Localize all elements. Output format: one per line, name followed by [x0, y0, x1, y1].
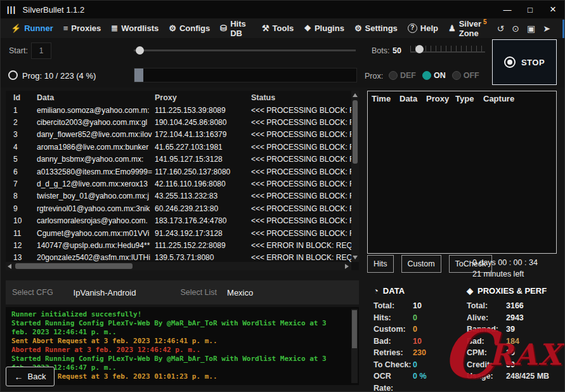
proxies-stats-icon: ◈ — [467, 286, 473, 296]
prox-option-on[interactable]: ON — [422, 71, 446, 80]
scroll-right-icon[interactable] — [345, 264, 349, 269]
prox-option-off[interactable]: OFF — [452, 71, 479, 80]
runner-icon: ⚡ — [11, 23, 21, 33]
tab-hits[interactable]: Hits — [367, 255, 394, 273]
column-header[interactable]: Proxy — [153, 91, 250, 104]
stat-value: 39 — [506, 323, 515, 336]
start-slider[interactable] — [134, 49, 356, 51]
start-slider-thumb[interactable] — [136, 46, 144, 55]
log-line: Started Running Config PLexTv-Web By @Ma… — [11, 355, 341, 372]
nav-item-proxies[interactable]: ≡Proxies — [58, 18, 107, 38]
nav-item-help[interactable]: ?Help — [403, 18, 443, 38]
nav-item-tools[interactable]: ⚒Tools — [257, 18, 299, 38]
tab-custom[interactable]: Custom — [401, 255, 441, 273]
table-row[interactable]: 11Cgumet@yahoo.com.mx:m01VVi91.243.192.1… — [12, 227, 359, 239]
column-header[interactable]: Capture — [483, 94, 521, 103]
column-header[interactable]: Data — [36, 91, 153, 104]
prox-option-label: ON — [434, 71, 446, 80]
table-cell: <<< PROCESSING BLOCK: R — [250, 104, 359, 116]
stat-row: To Check:0 — [373, 359, 464, 371]
progress-bar — [134, 68, 357, 82]
scrollbar-thumb[interactable] — [15, 263, 133, 269]
table-row[interactable]: 3dany_flower852@live.com.mx:ilov172.104.… — [12, 129, 359, 141]
history-icon[interactable]: ↺ — [497, 23, 505, 34]
table-row[interactable]: 6a01332580@itesm.mx:Emo9999=117.160.250.… — [12, 166, 359, 178]
scroll-up-icon[interactable] — [353, 93, 358, 97]
table-cell: 8 — [12, 190, 36, 202]
maximize-button[interactable]: □ — [519, 1, 542, 18]
nav-item-runner[interactable]: ⚡Runner — [6, 18, 58, 38]
log-scrollbar[interactable] — [351, 309, 358, 383]
table-row[interactable]: 7d_d_g_12@live.com.mx:xerox1342.116.110.… — [12, 178, 359, 190]
table-row[interactable]: 1emiliano.somoza@yahoo.com.m:111.225.153… — [12, 104, 359, 116]
stat-value: 230 — [413, 347, 426, 359]
table-cell: 43.255.113.232:83 — [153, 190, 250, 202]
stat-label: Bad: — [467, 336, 506, 348]
back-button[interactable]: ← Back — [6, 367, 55, 386]
minimize-button[interactable]: — — [496, 1, 519, 18]
column-header[interactable]: Time — [372, 94, 399, 103]
log-line: Runner initialized succesfully! — [11, 310, 341, 319]
table-cell: <<< PROCESSING BLOCK: R — [250, 227, 359, 239]
stat-value: 248/425 MB — [506, 370, 549, 382]
radio-dot-icon — [389, 71, 398, 80]
discord-icon[interactable]: ▣ — [527, 23, 535, 34]
column-header[interactable]: Id — [12, 91, 36, 104]
stat-label: Total: — [467, 300, 506, 312]
start-input[interactable] — [31, 42, 51, 59]
close-button[interactable]: × — [542, 1, 564, 18]
titlebar: ||| SilverBullet 1.1.2 — □ × — [1, 1, 564, 18]
nav-item-plugins[interactable]: ❖Plugins — [299, 18, 349, 38]
table-row[interactable]: 4aroma1986@live.com.mx:bunker41.65.227.1… — [12, 141, 359, 153]
column-header[interactable]: Data — [399, 94, 426, 103]
table-row[interactable]: 12140747@upslp.edu.mx:Hedu94**111.225.15… — [12, 239, 359, 251]
table-row[interactable]: 2cibercito2003@yahoo.com.mx:gl190.104.24… — [12, 116, 359, 128]
nav-item-silver-zone[interactable]: ♟Silver Zone5 — [443, 18, 497, 38]
data-stats-icon: ◔ — [373, 286, 379, 296]
column-header[interactable]: Status — [250, 91, 359, 104]
table-cell: 117.160.250.137:8080 — [153, 166, 250, 178]
camera-icon[interactable]: ⊙ — [512, 23, 519, 34]
bots-slider-thumb[interactable] — [415, 45, 424, 53]
results-vertical-scrollbar[interactable] — [351, 91, 359, 262]
stat-row: Hits:0 — [373, 312, 464, 324]
nav-item-configs[interactable]: ⚙Configs — [164, 18, 215, 38]
stop-button[interactable]: STOP — [492, 39, 557, 85]
proxies-stats-title: PROXIES & PERF — [477, 286, 547, 296]
table-cell: <<< PROCESSING BLOCK: R — [250, 129, 359, 141]
table-cell: a01332580@itesm.mx:Emo9999= — [36, 166, 153, 178]
table-row[interactable]: 9rgtrevinol01@yahoo.com.mx:3nik60.246.23… — [12, 202, 359, 214]
stat-value: 3166 — [506, 300, 524, 312]
progress-radio-icon[interactable] — [8, 70, 18, 80]
column-header[interactable]: Proxy — [426, 94, 455, 103]
scrollbar-thumb[interactable] — [353, 100, 358, 164]
stat-label: Usage: — [467, 370, 506, 382]
tools-icon: ⚒ — [262, 23, 270, 33]
column-header[interactable]: Type — [455, 94, 483, 103]
scroll-down-icon[interactable] — [353, 256, 358, 259]
table-cell: dany_flower852@live.com.mx:ilov — [36, 129, 153, 141]
stat-label: Hits: — [373, 312, 413, 324]
bots-slider[interactable] — [410, 46, 485, 53]
table-cell: 42.116.110.196:8080 — [153, 178, 250, 190]
table-cell: <<< PROCESSING BLOCK: R — [250, 154, 359, 166]
select-list-button[interactable]: Select List — [180, 288, 217, 297]
stat-value: 0 % — [413, 370, 427, 392]
stat-value: 0 — [413, 312, 417, 324]
scroll-left-icon[interactable] — [8, 264, 11, 269]
nav-item-settings[interactable]: ⚙Settings — [349, 18, 403, 38]
table-row[interactable]: 8twister_boy_01@yahoo.com.mx:j43.255.113… — [12, 190, 359, 202]
nav-item-wordlists[interactable]: ≣Wordlists — [106, 18, 164, 38]
stat-value: 184 — [506, 336, 519, 348]
nav-item-hits-db[interactable]: ⛁Hits DB — [215, 18, 257, 38]
select-cfg-button[interactable]: Select CFG — [12, 288, 53, 297]
scrollbar-thumb[interactable] — [352, 310, 357, 348]
prox-option-def[interactable]: DEF — [389, 71, 416, 80]
back-label: Back — [28, 372, 46, 381]
telegram-icon[interactable]: ➤ — [543, 23, 550, 34]
table-row[interactable]: 10carlosmoralesrojas@yahoo.com.183.173.1… — [12, 215, 359, 227]
stat-label: To Check: — [373, 359, 413, 371]
results-horizontal-scrollbar[interactable] — [6, 262, 351, 270]
table-cell: Cgumet@yahoo.com.mx:m01VVi — [36, 227, 153, 239]
table-row[interactable]: 5danny_bsbmx@yahoo.com.mx:141.95.127.15:… — [12, 154, 359, 166]
